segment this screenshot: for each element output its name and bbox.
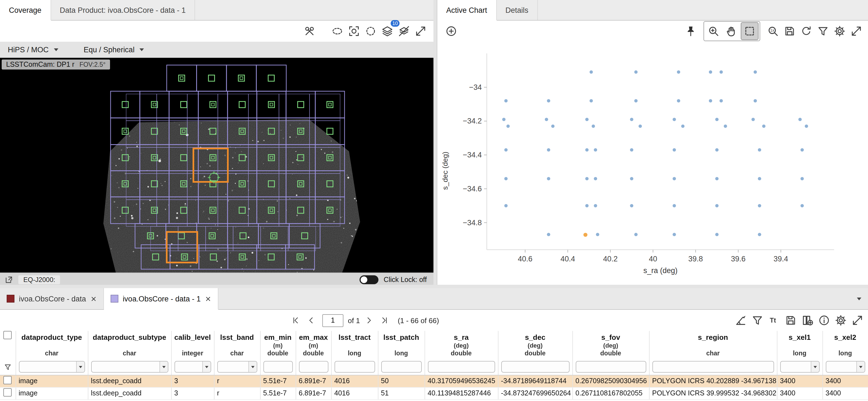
scatter-point[interactable] — [547, 233, 550, 236]
open-new-window-icon[interactable] — [4, 275, 13, 284]
scatter-point[interactable] — [584, 233, 587, 237]
scatter-point[interactable] — [596, 233, 599, 236]
filter-input-em_min[interactable] — [264, 362, 292, 372]
scatter-point[interactable] — [547, 177, 550, 180]
scatter-point[interactable] — [547, 148, 550, 151]
table-expand-button[interactable] — [849, 312, 866, 329]
filter-input-dataproduct_type[interactable] — [19, 362, 76, 372]
zoom-original-button[interactable]: 1x — [765, 23, 781, 39]
image-tools-button[interactable] — [301, 23, 318, 39]
coverage-sky-svg[interactable] — [0, 58, 433, 273]
measure-tool-button[interactable] — [733, 312, 749, 329]
table-filter-button[interactable] — [749, 312, 766, 329]
tab-active-chart[interactable]: Active Chart — [437, 0, 497, 21]
first-page-button[interactable] — [289, 314, 302, 327]
column-header-s_fov[interactable]: s_fov(deg)double — [572, 331, 649, 359]
scatter-point[interactable] — [751, 118, 755, 121]
scatter-point[interactable] — [673, 233, 676, 236]
pin-chart-button[interactable] — [682, 23, 699, 39]
last-page-button[interactable] — [378, 314, 391, 327]
filter-input-lsst_patch[interactable] — [381, 362, 421, 372]
scatter-point[interactable] — [715, 118, 718, 121]
coverage-sky-view[interactable]: LSSTComCam: DP1 r FOV:2.5° — [0, 58, 433, 273]
filter-input-s_xel1[interactable] — [780, 362, 810, 372]
filter-input-s_region[interactable] — [653, 362, 773, 372]
scatter-point[interactable] — [677, 70, 680, 74]
filter-dropdown-dataproduct_subtype[interactable] — [159, 362, 167, 372]
column-header-lsst_band[interactable]: lsst_bandchar — [214, 331, 260, 359]
filter-input-s_fov[interactable] — [576, 362, 646, 372]
scatter-point[interactable] — [634, 70, 638, 74]
scatter-point[interactable] — [634, 99, 638, 102]
row-checkbox[interactable] — [4, 388, 12, 397]
circle-select-button[interactable] — [362, 23, 379, 39]
select-all-header[interactable] — [0, 331, 16, 359]
scatter-point[interactable] — [758, 233, 761, 236]
filter-dropdown-s_xel2[interactable] — [856, 362, 864, 372]
click-lock-toggle[interactable] — [360, 275, 379, 284]
scatter-point[interactable] — [506, 124, 510, 128]
scatter-point[interactable] — [762, 124, 766, 128]
prev-page-button[interactable] — [305, 314, 318, 327]
scatter-point[interactable] — [590, 70, 593, 74]
scatter-point[interactable] — [585, 177, 588, 180]
column-header-calib_level[interactable]: calib_levelinteger — [171, 331, 214, 359]
scatter-point[interactable] — [594, 177, 597, 180]
close-icon[interactable] — [91, 295, 97, 302]
scatter-point[interactable] — [630, 148, 633, 151]
filter-input-s_dec[interactable] — [501, 362, 569, 372]
scatter-point[interactable] — [630, 204, 633, 207]
ellipse-select-button[interactable] — [329, 23, 346, 39]
filter-input-s_xel2[interactable] — [826, 362, 856, 372]
scatter-point[interactable] — [585, 148, 588, 151]
table-info-button[interactable] — [816, 312, 832, 329]
scatter-point[interactable] — [758, 177, 761, 180]
scatter-point[interactable] — [639, 124, 642, 128]
scatter-point[interactable] — [715, 148, 718, 151]
filter-input-lsst_tract[interactable] — [335, 362, 374, 372]
scatter-point[interactable] — [724, 124, 727, 128]
scatter-point[interactable] — [545, 118, 548, 121]
scatter-point[interactable] — [504, 148, 508, 151]
scatter-point[interactable] — [801, 204, 804, 207]
scatter-point[interactable] — [673, 204, 676, 207]
filter-dropdown-calib_level[interactable] — [202, 362, 210, 372]
pan-mode-button[interactable] — [723, 23, 740, 39]
scatter-point[interactable] — [630, 177, 633, 180]
scatter-point[interactable] — [551, 124, 555, 128]
scatter-point[interactable] — [758, 204, 761, 207]
scatter-point[interactable] — [630, 118, 633, 121]
filter-input-calib_level[interactable] — [175, 362, 202, 372]
hips-moc-dropdown[interactable]: HiPS / MOC — [8, 45, 58, 54]
column-header-s_ra[interactable]: s_ra(deg)double — [425, 331, 498, 359]
coverage-expand-button[interactable] — [412, 23, 429, 39]
table-row[interactable]: image lsst.deep_coadd 3 r 5.51e-7 6.891e… — [0, 375, 868, 387]
save-table-button[interactable] — [782, 312, 799, 329]
scatter-point[interactable] — [504, 204, 508, 207]
scatter-point[interactable] — [758, 148, 761, 151]
scatter-point[interactable] — [798, 118, 802, 121]
scatter-point[interactable] — [592, 124, 595, 128]
save-chart-button[interactable] — [781, 23, 798, 39]
row-checkbox[interactable] — [4, 376, 12, 384]
scatter-point[interactable] — [720, 70, 723, 74]
scatter-point[interactable] — [585, 204, 588, 207]
table-tab-obscore-data[interactable]: ivoa.ObsCore - data — [0, 288, 104, 309]
scatter-point[interactable] — [753, 70, 757, 74]
column-header-dataproduct_type[interactable]: dataproduct_typechar — [16, 331, 88, 359]
scatter-point[interactable] — [673, 148, 676, 151]
box-select-mode-button[interactable] — [741, 22, 758, 40]
table-tabs-overflow[interactable] — [850, 288, 868, 309]
scatter-point[interactable] — [594, 204, 597, 207]
scatter-point[interactable] — [547, 99, 550, 102]
chart-settings-button[interactable] — [831, 23, 848, 39]
scatter-point[interactable] — [502, 118, 505, 121]
column-header-em_max[interactable]: em_max(m)double — [296, 331, 331, 359]
restore-chart-button[interactable] — [798, 23, 815, 39]
tab-data-product[interactable]: Data Product: ivoa.ObsCore - data - 1 — [51, 0, 195, 20]
close-icon[interactable] — [205, 295, 211, 302]
scatter-chart[interactable]: 40.640.440.24039.839.639.4−34−34.2−34.4−… — [437, 42, 868, 285]
scatter-point[interactable] — [504, 99, 508, 102]
select-all-checkbox[interactable] — [4, 331, 12, 339]
scatter-point[interactable] — [673, 118, 676, 121]
